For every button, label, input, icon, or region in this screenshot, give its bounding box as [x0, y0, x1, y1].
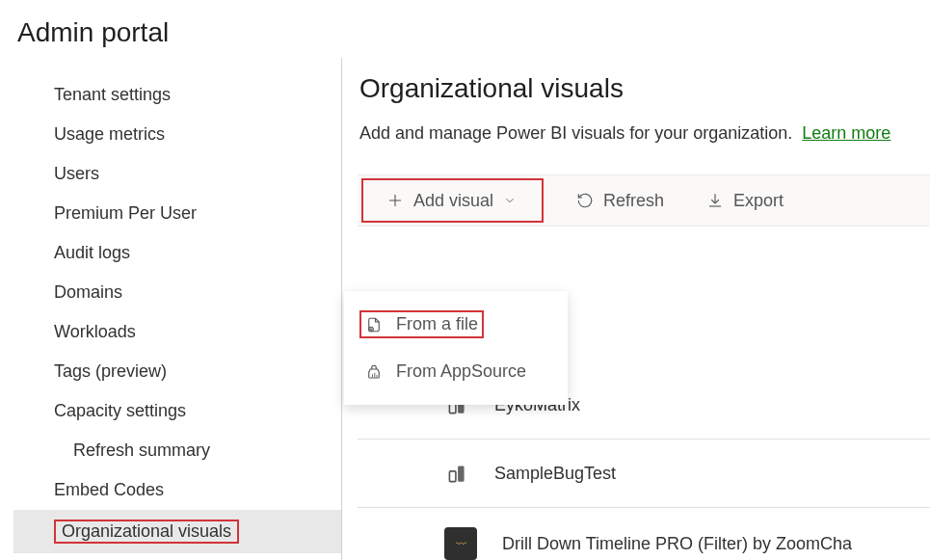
- list-item[interactable]: SampleBugTest: [358, 440, 930, 508]
- visual-name: Drill Down Timeline PRO (Filter) by Zoom…: [502, 534, 852, 554]
- dropdown-from-appsource-label: From AppSource: [396, 361, 526, 382]
- sidebar-item-premium-per-user[interactable]: Premium Per User: [13, 194, 341, 233]
- toolbar: Add visual Refresh Export: [358, 174, 930, 227]
- download-icon: [706, 192, 724, 209]
- sidebar-item-workloads[interactable]: Workloads: [13, 312, 341, 352]
- learn-more-link[interactable]: Learn more: [802, 123, 890, 143]
- sidebar-item-tags-preview[interactable]: Tags (preview): [13, 352, 341, 391]
- sidebar: Tenant settings Usage metrics Users Prem…: [0, 58, 342, 560]
- visual-default-icon: [444, 461, 469, 486]
- add-visual-button[interactable]: Add visual: [367, 180, 538, 221]
- sidebar-item-azure-connections[interactable]: Azure connections: [13, 553, 341, 560]
- svg-rect-3: [449, 471, 456, 482]
- add-visual-dropdown: From a file From AppSource: [344, 291, 568, 405]
- sidebar-item-usage-metrics[interactable]: Usage metrics: [13, 115, 341, 154]
- plus-icon: [386, 192, 404, 209]
- visual-thumbnail-icon: 〰: [444, 527, 477, 560]
- sidebar-item-embed-codes[interactable]: Embed Codes: [13, 470, 341, 510]
- main-panel: Organizational visuals Add and manage Po…: [342, 58, 930, 560]
- page-title: Admin portal: [0, 0, 930, 58]
- list-item[interactable]: 〰 Drill Down Timeline PRO (Filter) by Zo…: [358, 508, 930, 560]
- sidebar-item-organizational-visuals[interactable]: Organizational visuals: [13, 510, 341, 553]
- sidebar-item-users[interactable]: Users: [13, 154, 341, 194]
- sidebar-item-tenant-settings[interactable]: Tenant settings: [13, 75, 341, 115]
- refresh-icon: [576, 192, 594, 209]
- section-title: Organizational visuals: [358, 69, 930, 104]
- svg-rect-4: [458, 466, 465, 481]
- section-subtitle: Add and manage Power BI visuals for your…: [358, 123, 930, 144]
- appsource-icon: [365, 363, 383, 381]
- add-visual-highlight: Add visual: [361, 178, 544, 223]
- refresh-button[interactable]: Refresh: [555, 175, 685, 226]
- sidebar-selected-highlight: Organizational visuals: [54, 520, 239, 544]
- chevron-down-icon: [503, 194, 517, 207]
- dropdown-from-a-file-label: From a file: [396, 314, 478, 334]
- dropdown-from-appsource[interactable]: From AppSource: [344, 348, 568, 395]
- sidebar-item-domains[interactable]: Domains: [13, 273, 341, 312]
- sidebar-item-capacity-settings[interactable]: Capacity settings: [13, 391, 341, 431]
- sidebar-item-refresh-summary[interactable]: Refresh summary: [13, 431, 341, 470]
- visual-name: SampleBugTest: [494, 464, 616, 484]
- dropdown-from-a-file[interactable]: From a file: [344, 301, 568, 348]
- add-visual-label: Add visual: [413, 191, 493, 211]
- refresh-label: Refresh: [603, 191, 664, 211]
- file-upload-icon: [365, 316, 383, 333]
- sidebar-item-audit-logs[interactable]: Audit logs: [13, 233, 341, 273]
- export-button[interactable]: Export: [685, 175, 805, 226]
- export-label: Export: [733, 191, 784, 211]
